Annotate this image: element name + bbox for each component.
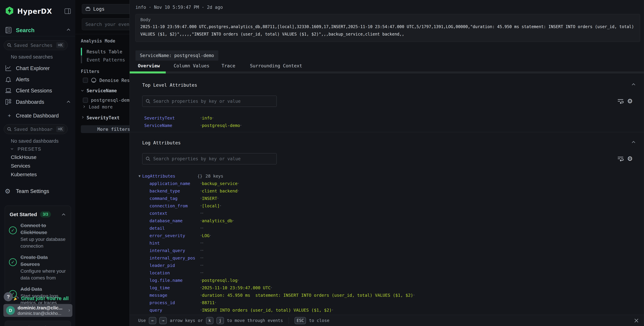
- attribute-value[interactable]: [200, 248, 204, 253]
- mode-track: [81, 56, 82, 63]
- attribute-value[interactable]: [200, 256, 204, 260]
- service-name-chip[interactable]: ServiceName: postgresql-demo: [136, 51, 218, 61]
- sidebar-item-dashboards[interactable]: Dashboards: [16, 99, 44, 105]
- get-started-collapse-icon[interactable]: [62, 213, 65, 217]
- log-attributes-collapse-icon[interactable]: [632, 141, 635, 144]
- attribute-key[interactable]: process_id: [150, 300, 175, 305]
- attribute-value[interactable]: [200, 263, 204, 268]
- preset-dashboard-link[interactable]: Kubernetes: [11, 172, 37, 177]
- attribute-key[interactable]: internal_query: [150, 248, 185, 253]
- settings-gear-icon[interactable]: ⚙: [628, 96, 632, 105]
- log-attributes-search[interactable]: [142, 153, 277, 164]
- get-started-item[interactable]: ✓ Create Data Sources Configure where yo…: [9, 254, 68, 281]
- sidebar-item-chart-explorer[interactable]: Chart Explorer: [16, 65, 50, 71]
- user-menu[interactable]: D dominic.tran@clic... dominic.tran@clic…: [4, 304, 72, 317]
- line-wrap-icon[interactable]: [616, 154, 624, 162]
- attribute-value[interactable]: [200, 241, 204, 246]
- detail-tab[interactable]: Surrounding Context: [250, 63, 302, 68]
- attribute-value[interactable]: backup_service: [200, 181, 239, 186]
- create-dashboard-button[interactable]: Create Dashboard: [16, 113, 59, 119]
- denoise-icon: [91, 78, 96, 83]
- attribute-value[interactable]: INSERT: [200, 196, 219, 201]
- get-started-item[interactable]: ✓ Connect to ClickHouse Set up your data…: [9, 222, 68, 249]
- attribute-value[interactable]: [local]: [200, 203, 222, 208]
- service-value-row[interactable]: postgresql-demo: [83, 98, 132, 103]
- attribute-value[interactable]: analytics_db: [200, 218, 234, 223]
- mode-results-table[interactable]: Results Table: [86, 49, 122, 54]
- attribute-key[interactable]: hint: [150, 241, 160, 246]
- search-section-chevron-icon[interactable]: [67, 29, 70, 32]
- attribute-key[interactable]: internal_query_pos: [150, 256, 195, 260]
- attribute-key[interactable]: ServiceName: [144, 123, 172, 128]
- severity-group-chevron-icon[interactable]: [81, 116, 84, 119]
- detail-tab[interactable]: Column Values: [174, 63, 209, 68]
- attribute-key[interactable]: SeverityText: [144, 116, 175, 121]
- attribute-value[interactable]: 2025-11-10 23:59:47.000 UTC: [200, 285, 272, 290]
- attribute-key[interactable]: error_severity: [150, 233, 185, 238]
- attribute-key[interactable]: database_name: [150, 218, 183, 223]
- help-button[interactable]: ?: [4, 292, 13, 301]
- detail-tab[interactable]: Trace: [222, 63, 235, 68]
- saved-searches-input[interactable]: [14, 43, 53, 48]
- attribute-key[interactable]: application_name: [150, 181, 190, 186]
- attribute-key[interactable]: command_tag: [150, 196, 178, 201]
- attribute-key[interactable]: log_time: [150, 285, 170, 290]
- log-attributes-root-row[interactable]: ▼ LogAttributes {} 28 keys: [130, 172, 644, 180]
- attribute-key[interactable]: query: [150, 308, 162, 313]
- load-more-link[interactable]: Load more: [89, 104, 113, 110]
- preset-dashboard-link[interactable]: ClickHouse: [11, 154, 37, 160]
- service-value-checkbox[interactable]: [83, 98, 88, 103]
- party-icon: [13, 295, 19, 301]
- detail-tab[interactable]: Overview: [138, 63, 160, 68]
- attribute-key[interactable]: log.file.name: [150, 278, 183, 283]
- attribute-key[interactable]: message: [150, 293, 167, 298]
- service-group-chevron-icon[interactable]: [81, 89, 84, 91]
- attribute-value[interactable]: info: [200, 116, 214, 121]
- attribute-value[interactable]: INSERT INTO orders (user_id, total) VALU…: [200, 308, 333, 313]
- presets-label[interactable]: PRESETS: [18, 147, 41, 152]
- filter-group-servicename[interactable]: ServiceName: [86, 88, 117, 93]
- attribute-value[interactable]: [200, 211, 204, 216]
- attribute-key[interactable]: context: [150, 211, 167, 216]
- saved-dashboards-search[interactable]: ⌘K: [4, 124, 68, 134]
- settings-gear-icon[interactable]: ⚙: [628, 154, 632, 163]
- preset-dashboard-link[interactable]: Services: [11, 163, 37, 169]
- attribute-key[interactable]: connection_from: [150, 203, 188, 208]
- saved-searches-search[interactable]: ⌘K: [4, 40, 68, 50]
- attribute-value[interactable]: postgresql-demo: [200, 123, 242, 128]
- attribute-key[interactable]: location: [150, 270, 170, 275]
- attribute-value[interactable]: [200, 270, 204, 275]
- sidebar-item-team-settings[interactable]: Team Settings: [16, 188, 49, 194]
- sidebar-item-search[interactable]: Search: [16, 27, 34, 34]
- attribute-value[interactable]: [200, 226, 204, 231]
- denoise-checkbox[interactable]: [83, 78, 88, 83]
- product-updates-card[interactable]: Product updates: [5, 321, 71, 326]
- mode-event-patterns[interactable]: Event Patterns: [86, 57, 125, 63]
- attribute-key[interactable]: backend_type: [150, 189, 180, 193]
- attribute-value[interactable]: LOG: [200, 233, 211, 238]
- attribute-value[interactable]: postgresql.log: [200, 278, 239, 283]
- top-level-search-input[interactable]: [153, 99, 268, 104]
- dashboards-chevron-icon[interactable]: [67, 101, 70, 104]
- presets-chevron-icon[interactable]: [11, 147, 13, 150]
- line-wrap-icon[interactable]: [616, 97, 624, 105]
- top-level-search[interactable]: [142, 96, 277, 107]
- saved-dashboards-input[interactable]: [14, 127, 53, 132]
- attribute-row: connection_from [local]: [130, 202, 644, 210]
- expand-triangle-icon[interactable]: ▼: [138, 174, 140, 178]
- attribute-key[interactable]: LogAttributes: [142, 174, 176, 179]
- sidebar-collapse-icon[interactable]: [64, 9, 71, 14]
- attribute-value[interactable]: duration: 45.950 ms statement: INSERT IN…: [200, 293, 415, 298]
- presets-list: ClickHouseServicesKubernetes: [11, 154, 37, 177]
- attribute-key[interactable]: detail: [150, 226, 165, 231]
- attribute-key[interactable]: leader_pid: [150, 263, 175, 268]
- log-attributes-search-input[interactable]: [153, 156, 268, 161]
- filter-group-severitytext[interactable]: SeverityText: [86, 115, 120, 120]
- sidebar-item-alerts[interactable]: Alerts: [16, 77, 29, 83]
- top-level-collapse-icon[interactable]: [632, 83, 635, 87]
- event-meta: info · Nov 10 5:59:47 PM · 2d ago: [136, 5, 223, 10]
- attribute-value[interactable]: client backend: [200, 189, 239, 193]
- sidebar-item-client-sessions[interactable]: Client Sessions: [16, 88, 52, 94]
- close-icon[interactable]: [634, 318, 639, 323]
- attribute-value[interactable]: 88711: [200, 300, 216, 305]
